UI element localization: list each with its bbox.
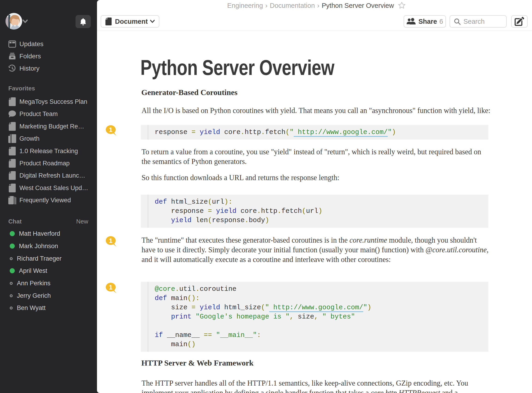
svg-text:1: 1 (109, 284, 113, 291)
svg-text:1: 1 (109, 126, 113, 133)
svg-text:1: 1 (109, 237, 113, 244)
